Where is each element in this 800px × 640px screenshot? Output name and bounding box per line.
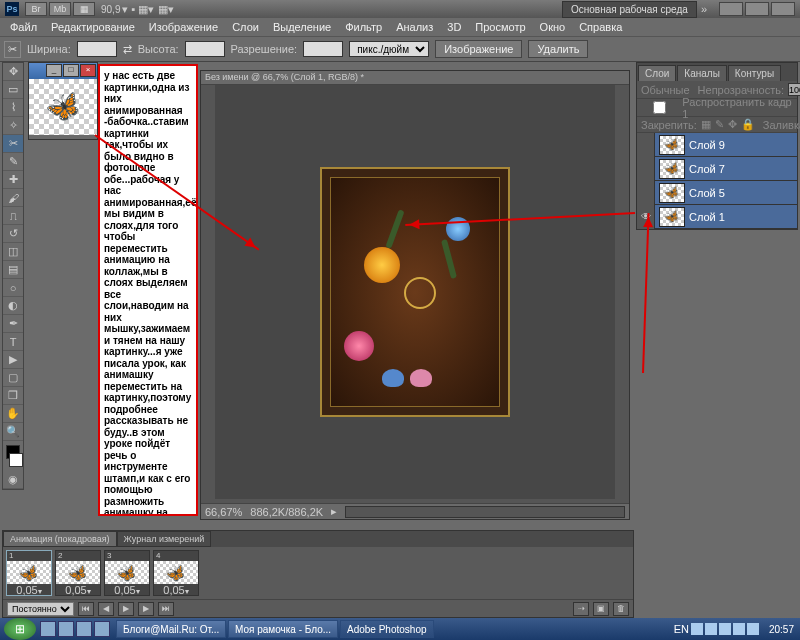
last-frame-button[interactable]: ⏭ — [158, 602, 174, 616]
frame-delay[interactable]: 0,05▾ — [154, 584, 198, 595]
maximize-button[interactable] — [745, 2, 769, 16]
front-image-button[interactable]: Изображение — [435, 40, 522, 58]
lock-move-icon[interactable]: ✥ — [728, 118, 737, 131]
document-window-butterfly[interactable]: _ □ × 🦋 — [28, 62, 98, 140]
resolution-unit-select[interactable]: пикс./дюйм — [349, 41, 429, 57]
window-close-icon[interactable]: × — [80, 64, 96, 77]
blur-tool[interactable]: ○ — [3, 279, 23, 297]
delete-frame-button[interactable]: 🗑 — [613, 602, 629, 616]
quickmask-button[interactable]: ◉ — [3, 471, 23, 489]
view-extras-button[interactable]: ▦ — [73, 2, 95, 16]
menu-image[interactable]: Изображение — [143, 19, 224, 35]
tab-channels[interactable]: Каналы — [677, 65, 727, 81]
animation-frame[interactable]: 4 🦋 0,05▾ — [153, 550, 199, 596]
layer-row[interactable]: 🦋 Слой 5 — [637, 181, 797, 205]
marquee-tool[interactable]: ▭ — [3, 81, 23, 99]
height-input[interactable] — [185, 41, 225, 57]
gradient-tool[interactable]: ▤ — [3, 261, 23, 279]
animation-frame[interactable]: 1 🦋 0,05▾ — [6, 550, 52, 596]
magic-wand-tool[interactable]: ✧ — [3, 117, 23, 135]
history-brush-tool[interactable]: ↺ — [3, 225, 23, 243]
menu-select[interactable]: Выделение — [267, 19, 337, 35]
healing-tool[interactable]: ✚ — [3, 171, 23, 189]
menu-window[interactable]: Окно — [534, 19, 572, 35]
tab-measurement-log[interactable]: Журнал измерений — [117, 531, 212, 547]
propagate-frame-checkbox[interactable] — [641, 101, 678, 114]
crop-tool[interactable]: ✂ — [3, 135, 23, 153]
document-canvas[interactable] — [215, 85, 615, 499]
menu-view[interactable]: Просмотр — [469, 19, 531, 35]
hand-tool[interactable]: ✋ — [3, 405, 23, 423]
tab-layers[interactable]: Слои — [638, 65, 676, 81]
taskbar-task[interactable]: Моя рамочка - Бло... — [228, 620, 338, 638]
eyedropper-tool[interactable]: ✎ — [3, 153, 23, 171]
zoom-tool[interactable]: 🔍 — [3, 423, 23, 441]
close-button[interactable] — [771, 2, 795, 16]
layer-name[interactable]: Слой 9 — [689, 139, 725, 151]
animation-frame[interactable]: 2 🦋 0,05▾ — [55, 550, 101, 596]
tween-button[interactable]: ⇢ — [573, 602, 589, 616]
swap-icon[interactable]: ⇄ — [123, 43, 132, 56]
window-minimize-icon[interactable]: _ — [46, 64, 62, 77]
layer-row[interactable]: 🦋 Слой 9 — [637, 133, 797, 157]
animation-frame[interactable]: 3 🦋 0,05▾ — [104, 550, 150, 596]
eraser-tool[interactable]: ◫ — [3, 243, 23, 261]
menu-filter[interactable]: Фильтр — [339, 19, 388, 35]
brush-tool[interactable]: 🖌 — [3, 189, 23, 207]
menu-layers[interactable]: Слои — [226, 19, 265, 35]
pen-tool[interactable]: ✒ — [3, 315, 23, 333]
background-swatch[interactable] — [9, 453, 23, 467]
launch-bridge-button[interactable]: Br — [25, 2, 47, 16]
doc-zoom[interactable]: 66,67% — [205, 506, 242, 518]
loop-select[interactable]: Постоянно — [7, 602, 74, 616]
type-tool[interactable]: T — [3, 333, 23, 351]
opacity-input[interactable] — [788, 83, 800, 96]
first-frame-button[interactable]: ⏮ — [78, 602, 94, 616]
shape-tool[interactable]: ▢ — [3, 369, 23, 387]
clear-button[interactable]: Удалить — [528, 40, 588, 58]
menu-3d[interactable]: 3D — [441, 19, 467, 35]
new-frame-button[interactable]: ▣ — [593, 602, 609, 616]
path-select-tool[interactable]: ▶ — [3, 351, 23, 369]
blend-mode-select[interactable]: Обычные — [641, 84, 690, 96]
window-maximize-icon[interactable]: □ — [63, 64, 79, 77]
resolution-input[interactable] — [303, 41, 343, 57]
tray-icon[interactable] — [705, 623, 717, 635]
lasso-tool[interactable]: ⌇ — [3, 99, 23, 117]
layer-name[interactable]: Слой 1 — [689, 211, 725, 223]
frame-delay[interactable]: 0,05▾ — [105, 584, 149, 595]
frame-delay[interactable]: 0,05▾ — [56, 584, 100, 595]
stamp-tool[interactable]: ⎍ — [3, 207, 23, 225]
tab-paths[interactable]: Контуры — [728, 65, 781, 81]
workspace-switcher[interactable]: Основная рабочая среда — [562, 1, 697, 18]
layer-row[interactable]: 👁 🦋 Слой 1 — [637, 205, 797, 229]
lock-pixels-icon[interactable]: ▦ — [701, 118, 711, 131]
layer-row[interactable]: 🦋 Слой 7 — [637, 157, 797, 181]
tray-icon[interactable] — [733, 623, 745, 635]
move-tool[interactable]: ✥ — [3, 63, 23, 81]
horizontal-scrollbar[interactable] — [345, 506, 625, 518]
start-button[interactable]: ⊞ — [4, 618, 36, 640]
visibility-toggle[interactable] — [637, 133, 655, 157]
menu-help[interactable]: Справка — [573, 19, 628, 35]
dodge-tool[interactable]: ◐ — [3, 297, 23, 315]
tray-icon[interactable] — [747, 623, 759, 635]
taskbar-task[interactable]: Блоги@Mail.Ru: От... — [116, 620, 226, 638]
lock-brush-icon[interactable]: ✎ — [715, 118, 724, 131]
tray-icon[interactable] — [691, 623, 703, 635]
minimize-button[interactable] — [719, 2, 743, 16]
taskbar-task[interactable]: Adobe Photoshop — [340, 620, 434, 638]
width-input[interactable] — [77, 41, 117, 57]
quicklaunch-icon[interactable] — [40, 621, 56, 637]
zoom-level[interactable]: 90,9 — [101, 4, 120, 15]
menu-analysis[interactable]: Анализ — [390, 19, 439, 35]
frame-delay[interactable]: 0,05▾ — [7, 584, 51, 595]
tray-icon[interactable] — [719, 623, 731, 635]
layer-name[interactable]: Слой 5 — [689, 187, 725, 199]
language-indicator[interactable]: EN — [674, 623, 689, 635]
quicklaunch-icon[interactable] — [94, 621, 110, 637]
launch-mb-button[interactable]: Mb — [49, 2, 71, 16]
menu-edit[interactable]: Редактирование — [45, 19, 141, 35]
quicklaunch-icon[interactable] — [58, 621, 74, 637]
prev-frame-button[interactable]: ◀ — [98, 602, 114, 616]
